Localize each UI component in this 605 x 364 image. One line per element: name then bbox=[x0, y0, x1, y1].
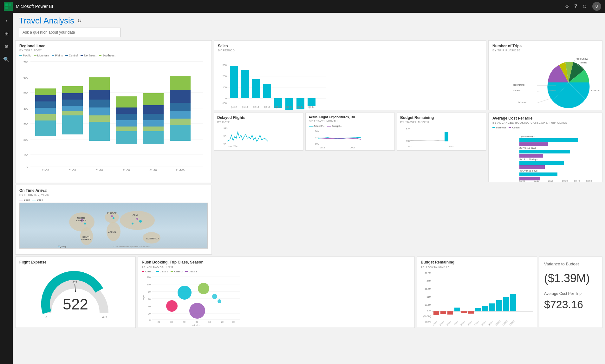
svg-rect-0 bbox=[5, 3, 8, 6]
settings-icon[interactable]: ⚙ bbox=[565, 3, 569, 10]
svg-rect-3 bbox=[9, 7, 11, 9]
user-avatar[interactable]: U bbox=[592, 2, 601, 11]
app-logo bbox=[4, 2, 13, 11]
app-name: Microsoft Power BI bbox=[16, 4, 562, 9]
topbar-actions: ⚙ ? ☺ U bbox=[565, 2, 601, 11]
help-icon[interactable]: ? bbox=[574, 3, 577, 9]
svg-rect-2 bbox=[5, 7, 8, 9]
svg-rect-1 bbox=[9, 3, 11, 6]
notifications-icon[interactable]: ☺ bbox=[582, 3, 587, 9]
topbar: Microsoft Power BI ⚙ ? ☺ U bbox=[0, 0, 605, 13]
